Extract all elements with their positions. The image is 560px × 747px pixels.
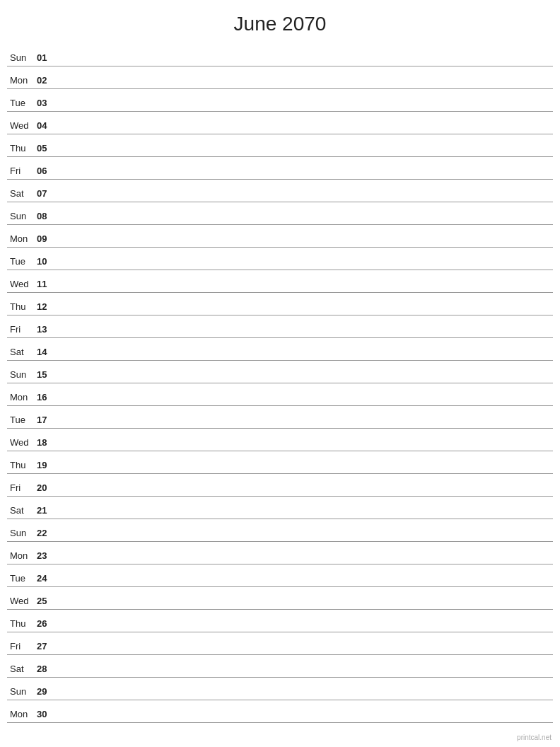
- day-number: 26: [37, 618, 58, 630]
- day-name: Sun: [7, 686, 37, 698]
- day-name: Wed: [7, 120, 37, 132]
- calendar-row: Sun08: [7, 202, 553, 225]
- day-number: 13: [37, 324, 58, 336]
- calendar-row: Sat28: [7, 655, 553, 678]
- page-title: June 2070: [0, 0, 560, 44]
- day-name: Thu: [7, 618, 37, 630]
- day-name: Fri: [7, 641, 37, 653]
- day-name: Fri: [7, 324, 37, 336]
- day-number: 07: [37, 188, 58, 200]
- day-name: Mon: [7, 233, 37, 245]
- day-number: 14: [37, 347, 58, 359]
- day-name: Tue: [7, 256, 37, 268]
- day-number: 05: [37, 143, 58, 155]
- day-number: 17: [37, 415, 58, 427]
- calendar-row: Fri13: [7, 315, 553, 338]
- day-name: Sat: [7, 188, 37, 200]
- day-number: 24: [37, 573, 58, 585]
- calendar-row: Wed11: [7, 270, 553, 293]
- day-name: Sun: [7, 211, 37, 223]
- calendar-row: Thu05: [7, 134, 553, 157]
- day-number: 04: [37, 120, 58, 132]
- day-name: Sat: [7, 347, 37, 359]
- day-number: 12: [37, 301, 58, 313]
- day-name: Sat: [7, 664, 37, 676]
- day-number: 01: [37, 52, 58, 64]
- calendar-row: Fri06: [7, 157, 553, 180]
- calendar-row: Mon23: [7, 542, 553, 564]
- day-number: 08: [37, 211, 58, 223]
- calendar-row: Thu19: [7, 451, 553, 474]
- day-number: 16: [37, 392, 58, 404]
- calendar-row: Sun15: [7, 361, 553, 383]
- day-number: 18: [37, 437, 58, 449]
- day-number: 03: [37, 98, 58, 110]
- day-name: Mon: [7, 392, 37, 404]
- day-name: Mon: [7, 550, 37, 562]
- day-number: 25: [37, 596, 58, 608]
- day-name: Sat: [7, 505, 37, 517]
- watermark: printcal.net: [517, 734, 552, 741]
- calendar-row: Fri20: [7, 474, 553, 497]
- day-number: 06: [37, 166, 58, 178]
- day-name: Wed: [7, 437, 37, 449]
- day-name: Sun: [7, 528, 37, 540]
- day-number: 22: [37, 528, 58, 540]
- day-number: 10: [37, 256, 58, 268]
- day-number: 28: [37, 664, 58, 676]
- day-name: Thu: [7, 143, 37, 155]
- day-name: Wed: [7, 279, 37, 291]
- day-name: Thu: [7, 460, 37, 472]
- day-name: Thu: [7, 301, 37, 313]
- day-number: 29: [37, 686, 58, 698]
- day-number: 20: [37, 482, 58, 494]
- calendar-row: Fri27: [7, 632, 553, 655]
- day-name: Fri: [7, 166, 37, 178]
- day-number: 21: [37, 505, 58, 517]
- day-name: Mon: [7, 709, 37, 721]
- day-number: 30: [37, 709, 58, 721]
- day-name: Sun: [7, 52, 37, 64]
- calendar-row: Mon16: [7, 383, 553, 406]
- day-name: Mon: [7, 75, 37, 87]
- calendar-row: Mon09: [7, 225, 553, 248]
- day-number: 19: [37, 460, 58, 472]
- calendar-row: Sun01: [7, 44, 553, 66]
- calendar-row: Sat14: [7, 338, 553, 361]
- day-number: 27: [37, 641, 58, 653]
- day-name: Sun: [7, 369, 37, 381]
- calendar-row: Sat21: [7, 497, 553, 519]
- day-number: 02: [37, 75, 58, 87]
- calendar-row: Thu12: [7, 293, 553, 315]
- calendar-row: Sun22: [7, 519, 553, 542]
- calendar-row: Tue10: [7, 248, 553, 270]
- day-name: Tue: [7, 573, 37, 585]
- calendar-row: Sat07: [7, 180, 553, 202]
- calendar-row: Tue17: [7, 406, 553, 429]
- calendar-row: Mon02: [7, 66, 553, 89]
- day-number: 11: [37, 279, 58, 291]
- calendar-row: Tue24: [7, 564, 553, 587]
- calendar-row: Wed18: [7, 429, 553, 451]
- day-name: Tue: [7, 415, 37, 427]
- calendar-row: Wed25: [7, 587, 553, 610]
- calendar-row: Thu26: [7, 610, 553, 632]
- day-number: 23: [37, 550, 58, 562]
- calendar-list: Sun01Mon02Tue03Wed04Thu05Fri06Sat07Sun08…: [0, 44, 560, 723]
- calendar-row: Sun29: [7, 678, 553, 700]
- day-number: 09: [37, 233, 58, 245]
- day-name: Fri: [7, 482, 37, 494]
- calendar-row: Wed04: [7, 112, 553, 134]
- day-name: Wed: [7, 596, 37, 608]
- day-name: Tue: [7, 98, 37, 110]
- day-number: 15: [37, 369, 58, 381]
- calendar-row: Tue03: [7, 89, 553, 112]
- calendar-row: Mon30: [7, 700, 553, 723]
